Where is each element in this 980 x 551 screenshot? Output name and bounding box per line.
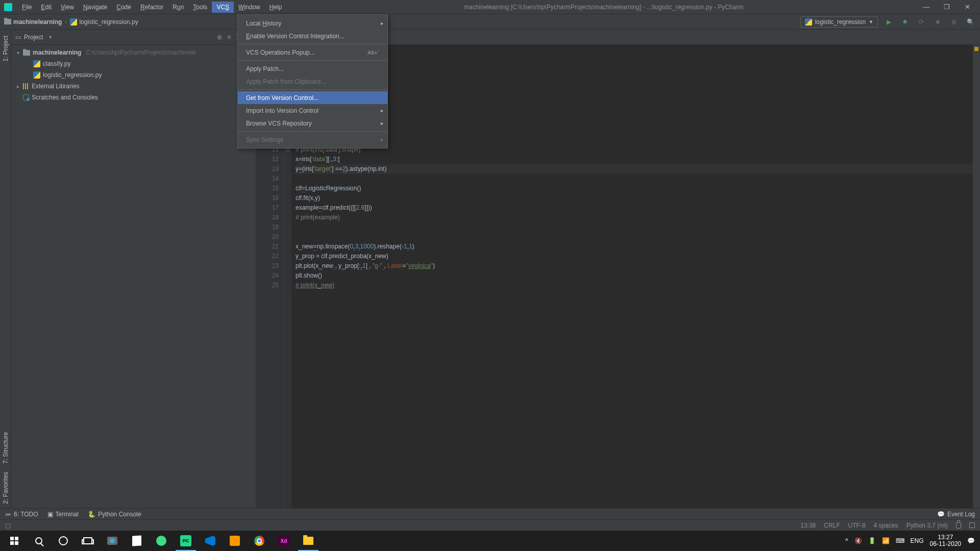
menu-code[interactable]: Code — [112, 2, 136, 13]
tool-console-label: Python Console — [98, 511, 141, 518]
navbar: machinelearning › logistic_regression.py… — [0, 14, 980, 30]
tool-terminal[interactable]: ▣Terminal — [47, 511, 79, 518]
tray-wifi-icon[interactable]: 📶 — [882, 537, 890, 544]
taskbar-xd[interactable]: Xd — [272, 531, 296, 551]
expand-toggle-icon[interactable]: ▸ — [15, 84, 20, 89]
tool-tab-project[interactable]: 1: Project — [1, 32, 10, 66]
vcs-menu-item[interactable]: VCS Operations Popup...Alt+` — [238, 46, 387, 59]
taskbar-taskview[interactable] — [76, 531, 100, 551]
breadcrumb-file[interactable]: logistic_regression.py — [70, 18, 138, 26]
taskbar-camera[interactable] — [100, 531, 125, 551]
status-python-interpreter[interactable]: Python 3.7 (ml) — [906, 522, 948, 529]
menu-window[interactable]: Window — [234, 2, 265, 13]
stop-button[interactable]: ■ — [932, 16, 943, 28]
close-button[interactable]: ✕ — [962, 3, 973, 11]
breadcrumb-file-label: logistic_regression.py — [79, 18, 138, 26]
taskbar-cortana[interactable] — [51, 531, 76, 551]
expand-toggle-icon[interactable]: ▾ — [15, 50, 20, 56]
status-line-separator[interactable]: CRLF — [824, 522, 840, 529]
vcs-menu-item: Apply Patch from Clipboard... — [238, 75, 387, 88]
python-file-icon — [805, 18, 812, 26]
status-indent[interactable]: 4 spaces — [874, 522, 898, 529]
taskbar-sublime[interactable] — [223, 531, 247, 551]
readonly-lock-icon[interactable] — [956, 522, 961, 529]
tool-todo[interactable]: ≔6: TODO — [5, 511, 38, 518]
run-configuration-selector[interactable]: logistic_regression ▼ — [800, 16, 878, 28]
tree-external-libraries[interactable]: ▸ External Libraries — [11, 81, 256, 92]
taskbar-vscode[interactable] — [198, 531, 223, 551]
locate-file-button[interactable]: ⊕ — [217, 34, 222, 41]
tool-todo-label: 6: TODO — [14, 511, 38, 518]
tree-scratches-label: Scratches and Consoles — [32, 94, 98, 101]
menu-run[interactable]: Run — [168, 2, 188, 13]
tray-keyboard-icon[interactable]: ⌨ — [896, 537, 904, 544]
tray-clock[interactable]: 13:27 06-11-2020 — [930, 534, 961, 547]
warning-marker-icon[interactable] — [974, 47, 978, 51]
tree-file-logistic-regression[interactable]: logistic_regression.py — [11, 69, 256, 81]
tree-external-label: External Libraries — [32, 83, 79, 90]
breadcrumb-project[interactable]: machinelearning — [4, 18, 62, 26]
tray-notifications-icon[interactable]: 💬 — [967, 537, 975, 544]
expand-all-button[interactable]: ≡ — [227, 34, 231, 41]
status-tool-windows-icon[interactable]: ▢ — [5, 522, 11, 529]
tree-scratches[interactable]: Scratches and Consoles — [11, 92, 256, 103]
menu-view[interactable]: View — [56, 2, 79, 13]
taskbar-chrome[interactable] — [247, 531, 272, 551]
menu-tools[interactable]: Tools — [188, 2, 212, 13]
search-everywhere-button[interactable]: 🔍 — [965, 16, 976, 28]
maximize-button[interactable]: ❐ — [941, 3, 952, 11]
status-encoding[interactable]: UTF-8 — [848, 522, 866, 529]
status-caret-position[interactable]: 13:38 — [800, 522, 816, 529]
menu-refactor[interactable]: Refactor — [136, 2, 168, 13]
inspections-widget-icon[interactable] — [969, 522, 975, 528]
menu-edit[interactable]: Edit — [36, 2, 56, 13]
vcs-menu-item[interactable]: Browse VCS Repository▸ — [238, 117, 387, 130]
left-tool-gutter: 1: Project 7: Structure 2: Favorites — [0, 30, 11, 508]
taskbar-explorer[interactable] — [296, 531, 321, 551]
menu-help[interactable]: Help — [265, 2, 287, 13]
tree-root-path: C:\Users\hp\PycharmProjects\machinele — [86, 49, 195, 56]
run-with-coverage-button[interactable]: ⟳ — [916, 16, 927, 28]
tool-tab-structure[interactable]: 7: Structure — [1, 428, 10, 468]
tool-event-log[interactable]: 💬Event Log — [937, 511, 975, 518]
terminal-icon: ▣ — [47, 511, 53, 518]
tool-tab-favorites-label: 2: Favorites — [2, 472, 9, 504]
update-project-button[interactable]: ⊞ — [948, 16, 960, 28]
tray-language[interactable]: ENG — [911, 537, 924, 544]
chevron-down-icon: ▼ — [869, 19, 873, 24]
run-button[interactable]: ▶ — [883, 16, 894, 28]
taskbar-search[interactable] — [27, 531, 51, 551]
project-tree: ▾ machinelearning C:\Users\hp\PycharmPro… — [11, 45, 256, 105]
workspace: 1: Project 7: Structure 2: Favorites ▭Pr… — [0, 30, 980, 508]
taskbar-pycharm[interactable]: PC — [174, 531, 198, 551]
start-button[interactable] — [2, 531, 27, 551]
vcs-menu-item[interactable]: Enable Version Control Integration... — [238, 30, 387, 42]
taskbar-notes[interactable] — [125, 531, 149, 551]
menu-file[interactable]: File — [17, 2, 36, 13]
menu-navigate[interactable]: Navigate — [79, 2, 112, 13]
tray-overflow-icon[interactable]: ^ — [845, 537, 848, 544]
chevron-down-icon[interactable]: ▼ — [48, 35, 53, 40]
project-panel: ▭Project▼ ⊕ ≡ ⇲ ⚙ ▾ machinelearning C:\U… — [11, 30, 256, 508]
tree-file-classify[interactable]: classify.py — [11, 58, 256, 69]
minimize-button[interactable]: — — [921, 3, 932, 11]
titlebar: File Edit View Navigate Code Refactor Ru… — [0, 0, 980, 14]
tool-python-console[interactable]: 🐍Python Console — [88, 511, 141, 518]
vcs-menu-item[interactable]: Import into Version Control▸ — [238, 104, 387, 117]
vcs-menu-item[interactable]: Get from Version Control... — [238, 91, 387, 104]
error-stripe[interactable] — [973, 45, 980, 508]
tree-project-root[interactable]: ▾ machinelearning C:\Users\hp\PycharmPro… — [11, 47, 256, 58]
code-content[interactable]: plot as plt datasets model import Logist… — [291, 45, 973, 508]
vcs-menu-item[interactable]: Apply Patch... — [238, 62, 387, 75]
menu-vcs[interactable]: VCS — [212, 2, 234, 13]
search-icon — [35, 537, 42, 544]
tray-battery-icon[interactable]: 🔋 — [868, 537, 876, 544]
tray-volume-icon[interactable]: 🔇 — [854, 537, 862, 544]
windows-logo-icon — [10, 537, 18, 545]
bottom-tool-strip: ≔6: TODO ▣Terminal 🐍Python Console 💬Even… — [0, 508, 980, 519]
taskbar-android-studio[interactable] — [149, 531, 174, 551]
cortana-icon — [59, 536, 68, 545]
vcs-menu-item[interactable]: Local History▸ — [238, 17, 387, 30]
debug-button[interactable]: ✸ — [899, 16, 911, 28]
tool-tab-favorites[interactable]: 2: Favorites — [1, 468, 10, 508]
